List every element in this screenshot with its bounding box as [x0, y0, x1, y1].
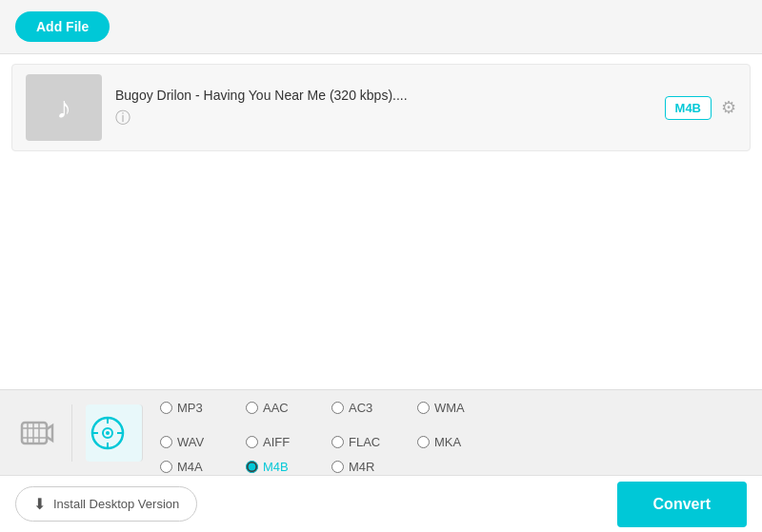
footer-bar: ⬇ Install Desktop Version Convert — [0, 475, 762, 532]
format-options: MP3 AAC AC3 WMA WAV AIFF — [160, 391, 503, 474]
format-label-flac: FLAC — [349, 435, 380, 449]
format-label-mp3: MP3 — [177, 401, 203, 415]
format-option-ac3[interactable]: AC3 — [331, 401, 417, 415]
audio-icon — [90, 416, 125, 450]
file-info: Bugoy Drilon - Having You Near Me (320 k… — [115, 88, 665, 128]
info-icon[interactable]: ⓘ — [115, 109, 130, 126]
format-option-wav[interactable]: WAV — [160, 435, 246, 449]
format-option-aac[interactable]: AAC — [246, 401, 331, 415]
file-item: ♪ Bugoy Drilon - Having You Near Me (320… — [11, 64, 751, 151]
radio-mp3[interactable] — [160, 402, 172, 414]
radio-m4b[interactable] — [246, 461, 258, 473]
radio-m4r[interactable] — [331, 461, 344, 473]
radio-aac[interactable] — [246, 402, 258, 414]
convert-button[interactable]: Convert — [617, 482, 747, 527]
format-label-m4b: M4B — [263, 460, 289, 474]
radio-wma[interactable] — [417, 402, 430, 414]
format-option-m4a[interactable]: M4A — [160, 460, 246, 474]
video-icon — [20, 416, 54, 450]
tab-video[interactable] — [15, 404, 72, 462]
format-badge[interactable]: M4B — [665, 96, 712, 120]
format-label-m4a: M4A — [177, 460, 203, 474]
format-label-ac3: AC3 — [349, 401, 372, 415]
radio-aiff[interactable] — [246, 436, 258, 448]
header: Add File — [0, 0, 762, 54]
format-option-mp3[interactable]: MP3 — [160, 401, 246, 415]
svg-point-8 — [106, 431, 110, 435]
download-icon: ⬇ — [33, 495, 46, 513]
format-option-mka[interactable]: MKA — [417, 435, 503, 449]
radio-mka[interactable] — [417, 436, 430, 448]
radio-wav[interactable] — [160, 436, 172, 448]
format-option-flac[interactable]: FLAC — [331, 435, 417, 449]
install-label: Install Desktop Version — [53, 497, 179, 511]
install-desktop-button[interactable]: ⬇ Install Desktop Version — [15, 486, 197, 522]
file-name: Bugoy Drilon - Having You Near Me (320 k… — [115, 88, 665, 103]
format-bar: MP3 AAC AC3 WMA WAV AIFF — [0, 389, 762, 475]
format-label-m4r: M4R — [349, 460, 374, 474]
main-content: ♪ Bugoy Drilon - Having You Near Me (320… — [0, 64, 762, 397]
radio-m4a[interactable] — [160, 461, 172, 473]
file-actions: M4B ⚙ — [665, 96, 736, 120]
radio-flac[interactable] — [331, 436, 344, 448]
svg-rect-0 — [22, 423, 47, 443]
format-label-wav: WAV — [177, 435, 204, 449]
file-thumbnail: ♪ — [26, 74, 102, 141]
format-option-m4b[interactable]: M4B — [246, 460, 331, 474]
format-option-m4r[interactable]: M4R — [331, 460, 417, 474]
format-option-aiff[interactable]: AIFF — [246, 435, 331, 449]
format-label-aac: AAC — [263, 401, 289, 415]
settings-icon[interactable]: ⚙ — [721, 97, 736, 118]
tab-audio[interactable] — [86, 404, 143, 462]
format-label-aiff: AIFF — [263, 435, 290, 449]
music-note-icon: ♪ — [56, 90, 71, 126]
format-label-mka: MKA — [434, 435, 461, 449]
add-file-button[interactable]: Add File — [15, 11, 110, 42]
format-option-wma[interactable]: WMA — [417, 401, 503, 415]
bottom-panel: MP3 AAC AC3 WMA WAV AIFF — [0, 389, 762, 532]
radio-ac3[interactable] — [331, 402, 344, 414]
format-label-wma: WMA — [434, 401, 465, 415]
